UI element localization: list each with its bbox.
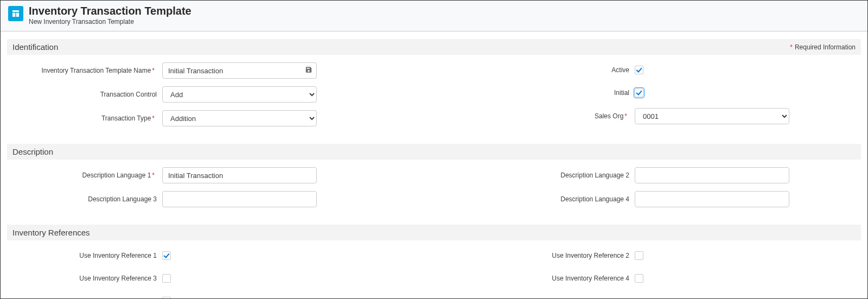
row-transaction-type: Transaction Type* Addition [10, 110, 385, 126]
row-active: Active [483, 62, 858, 78]
page-title: Inventory Transaction Template [29, 5, 192, 17]
label-initial: Initial [483, 89, 635, 97]
row-invref1: Use Inventory Reference 1 [10, 248, 385, 263]
section-header-description: Description [7, 144, 861, 160]
invref-right-column: Use Inventory Reference 2 Use Inventory … [483, 248, 858, 298]
page-subtitle: New Inventory Transaction Template [29, 18, 192, 26]
row-desc-lang4: Description Language 4 [483, 191, 858, 207]
row-template-name: Inventory Transaction Template Name* [10, 62, 385, 79]
section-header-invref: Inventory References [7, 225, 861, 240]
identification-right-column: Active Initial Sales Org* 0001 [483, 62, 858, 134]
label-invref2: Use Inventory Reference 2 [483, 252, 635, 259]
template-icon [8, 6, 23, 21]
checkbox-invref3[interactable] [162, 274, 171, 283]
section-header-identification: Identification *Required Information [7, 39, 861, 55]
checkbox-invref1[interactable] [162, 251, 171, 260]
row-initial: Initial [483, 85, 858, 100]
input-template-name[interactable] [162, 62, 317, 79]
identification-left-column: Inventory Transaction Template Name* Tra… [10, 62, 385, 134]
input-desc-lang3[interactable] [162, 191, 317, 207]
page-header: Inventory Transaction Template New Inven… [1, 1, 867, 31]
row-transaction-control: Transaction Control Add [10, 86, 385, 103]
input-desc-lang2[interactable] [635, 167, 789, 183]
checkbox-initial[interactable] [635, 88, 643, 97]
section-title-invref: Inventory References [12, 228, 90, 237]
select-sales-org[interactable]: 0001 [635, 108, 789, 124]
select-transaction-type[interactable]: Addition [162, 110, 317, 126]
label-transaction-type: Transaction Type* [10, 114, 162, 122]
required-info-label: *Required Information [789, 43, 856, 51]
section-body-identification: Inventory Transaction Template Name* Tra… [7, 55, 861, 136]
input-desc-lang4[interactable] [635, 191, 789, 207]
label-template-name: Inventory Transaction Template Name* [10, 67, 162, 74]
input-desc-lang1[interactable] [162, 167, 317, 183]
label-invref5: Use Inventory Reference 5 [10, 297, 162, 298]
row-desc-lang2: Description Language 2 [483, 167, 858, 183]
label-active: Active [483, 66, 635, 74]
page-frame: Inventory Transaction Template New Inven… [0, 0, 868, 299]
checkbox-invref4[interactable] [635, 274, 643, 283]
checkbox-active[interactable] [635, 66, 643, 74]
section-body-description: Description Language 1* Description Lang… [7, 160, 861, 217]
section-title-identification: Identification [12, 42, 58, 52]
label-desc-lang1: Description Language 1* [10, 171, 162, 179]
row-desc-lang3: Description Language 3 [10, 191, 385, 207]
label-desc-lang3: Description Language 3 [10, 195, 162, 203]
invref-left-column: Use Inventory Reference 1 Use Inventory … [10, 248, 385, 298]
checkbox-invref5[interactable] [162, 297, 171, 298]
section-body-invref: Use Inventory Reference 1 Use Inventory … [7, 240, 861, 298]
description-left-column: Description Language 1* Description Lang… [10, 167, 385, 215]
row-invref5: Use Inventory Reference 5 [10, 294, 385, 298]
label-transaction-control: Transaction Control [10, 91, 162, 98]
form-body: Identification *Required Information Inv… [1, 31, 867, 298]
row-desc-lang1: Description Language 1* [10, 167, 385, 183]
select-transaction-control[interactable]: Add [162, 86, 317, 103]
label-desc-lang4: Description Language 4 [483, 195, 635, 203]
row-invref2: Use Inventory Reference 2 [483, 248, 858, 263]
checkbox-invref2[interactable] [635, 251, 643, 260]
section-title-description: Description [12, 147, 53, 156]
label-sales-org: Sales Org* [483, 112, 635, 120]
label-invref4: Use Inventory Reference 4 [483, 275, 635, 282]
label-invref1: Use Inventory Reference 1 [10, 252, 162, 259]
label-desc-lang2: Description Language 2 [483, 171, 635, 179]
description-right-column: Description Language 2 Description Langu… [483, 167, 858, 215]
label-invref3: Use Inventory Reference 3 [10, 275, 162, 282]
row-invref4: Use Inventory Reference 4 [483, 271, 858, 286]
row-invref3: Use Inventory Reference 3 [10, 271, 385, 286]
row-sales-org: Sales Org* 0001 [483, 108, 858, 124]
header-text-block: Inventory Transaction Template New Inven… [29, 5, 192, 26]
